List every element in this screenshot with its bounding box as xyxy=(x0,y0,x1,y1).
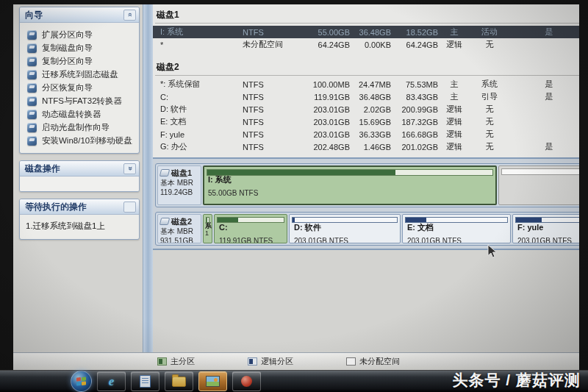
pending-operation-item[interactable]: 1.迁移系统到磁盘1上 xyxy=(26,221,136,232)
disk-operations-header[interactable]: 磁盘操作 » xyxy=(20,161,139,177)
disk2-info-box[interactable]: 磁盘2 基本 MBR 931.51GB xyxy=(157,214,201,243)
empty-workspace xyxy=(153,250,579,352)
disk-scheme: 基本 MBR xyxy=(160,227,198,236)
disk-operations-panel: 磁盘操作 » xyxy=(19,160,140,192)
wizard-item[interactable]: 分区恢复向导 xyxy=(27,81,137,94)
wizard-item-icon xyxy=(27,136,37,146)
wizard-item-label: 分区恢复向导 xyxy=(42,82,93,93)
disk-name: 磁盘1 xyxy=(171,168,192,178)
legend-label: 逻辑分区 xyxy=(261,356,293,367)
cell-free: 83.43GB xyxy=(391,93,438,101)
partition-table-row[interactable]: D: 软件 NTFS 203.01GB 2.02GB 200.99GB 逻辑 无 xyxy=(153,103,579,115)
cell-capacity: 203.01GB xyxy=(306,130,350,139)
legend-item: 逻辑分区 xyxy=(248,356,293,367)
cell-status: 无 xyxy=(470,39,509,50)
wizard-item[interactable]: NTFS与FAT32转换器 xyxy=(27,94,137,107)
cell-status: 系统 xyxy=(470,79,509,90)
usage-bar xyxy=(405,217,508,223)
disk-map-block[interactable]: I: 系统 55.00GB NTFS xyxy=(203,165,497,205)
legend-bar: 主分区 逻辑分区 未分配空间 xyxy=(13,352,579,370)
panel-button-icon[interactable]: » xyxy=(123,202,136,213)
disk-map-block[interactable]: 系 1 xyxy=(203,214,212,243)
taskbar-internet-explorer-button[interactable]: e xyxy=(97,371,126,391)
taskbar-image-viewer-button-active[interactable] xyxy=(198,371,227,391)
block-sublabel: 55.00GB NTFS xyxy=(208,189,258,197)
wizard-item[interactable]: 启动光盘制作向导 xyxy=(27,121,137,134)
wizard-panel-title: 向导 xyxy=(25,9,43,21)
cell-flag: 是 xyxy=(509,141,579,152)
wizard-item[interactable]: 扩展分区向导 xyxy=(27,28,137,41)
disk1-group-label: 磁盘1 xyxy=(153,7,579,22)
partition-table-row[interactable]: *: 系统保留 NTFS 100.00MB 24.47MB 75.53MB 主 … xyxy=(153,78,579,90)
cell-partition: * xyxy=(153,40,243,49)
disk-scheme: 基本 MBR xyxy=(160,178,198,188)
cell-filesystem: NTFS xyxy=(243,105,306,114)
cell-status: 无 xyxy=(470,104,509,115)
cell-status: 引导 xyxy=(470,91,509,102)
cell-used: 15.69GB xyxy=(350,118,391,126)
cell-type: 逻辑 xyxy=(438,129,470,140)
block-label: I: 系统 xyxy=(208,175,493,185)
disk1-info-box[interactable]: 磁盘1 基本 MBR 119.24GB xyxy=(157,165,201,205)
cell-partition: G: 办公 xyxy=(153,141,243,152)
cell-filesystem: NTFS xyxy=(243,118,306,126)
wizard-item-label: 动态磁盘转换器 xyxy=(42,109,101,120)
usage-bar xyxy=(207,169,493,176)
partition-table-row[interactable]: G: 办公 NTFS 202.48GB 1.46GB 201.02GB 逻辑 无… xyxy=(153,140,579,153)
expand-down-chevron-icon[interactable]: » xyxy=(123,163,136,174)
cell-capacity: 119.91GB xyxy=(306,93,350,101)
cell-capacity: 55.00GB xyxy=(306,28,350,37)
wizard-item-label: 安装Win8/10到移动硬盘 xyxy=(42,135,132,146)
pending-operations-header[interactable]: 等待执行的操作 » xyxy=(20,199,139,215)
disk-map-block[interactable]: D: 软件 203.01GB NTFS xyxy=(289,214,401,243)
partition-table-row[interactable]: C: NTFS 119.91GB 36.48GB 83.43GB 主 引导 是 xyxy=(153,90,579,103)
cell-type: 主 xyxy=(438,79,470,90)
taskbar-file-explorer-button[interactable] xyxy=(165,371,193,391)
divider xyxy=(155,23,579,24)
taskbar-document-app-button[interactable] xyxy=(131,371,159,391)
wizard-item-icon xyxy=(27,110,37,119)
wizard-item[interactable]: 复制分区向导 xyxy=(27,54,137,68)
usage-bar xyxy=(217,217,284,223)
cell-capacity: 203.01GB xyxy=(306,105,350,114)
start-button[interactable] xyxy=(71,371,92,392)
disk-map-block[interactable]: E: 文档 203.01GB NTFS xyxy=(402,214,511,243)
partition-table-row[interactable]: I: 系统 NTFS 55.00GB 36.48GB 18.52GB 主 活动 … xyxy=(153,26,579,38)
disk-map-block[interactable]: 64.24GB 未分配空间 xyxy=(498,165,579,205)
cell-free: 64.24GB xyxy=(391,40,438,49)
legend-item: 未分配空间 xyxy=(346,356,400,367)
internet-explorer-icon: e xyxy=(109,375,115,388)
sidebar-splitter[interactable] xyxy=(143,4,154,370)
partition-table-row[interactable]: * 未分配空间 64.24GB 0.00KB 64.24GB 逻辑 无 xyxy=(153,38,579,51)
taskbar-red-app-button[interactable] xyxy=(232,371,261,391)
block-sublabel: 203.01GB NTFS xyxy=(294,237,348,243)
cell-filesystem: NTFS xyxy=(243,80,306,89)
block-sublabel: 203.01GB NTFS xyxy=(517,237,572,243)
cell-free: 200.99GB xyxy=(391,105,438,114)
disk-map-panel: 磁盘1 基本 MBR 119.24GB I: 系统 55.00GB NTFS xyxy=(153,157,579,250)
wizard-item-icon xyxy=(27,96,37,106)
cell-used: 36.33GB xyxy=(350,130,391,139)
legend-swatch-icon xyxy=(346,357,356,366)
disk-map-block[interactable]: C: 119.91GB NTFS xyxy=(214,214,287,243)
wizard-item[interactable]: 动态磁盘转换器 xyxy=(27,107,137,121)
disk-map-block[interactable]: F: yule 203.01GB NTFS xyxy=(512,214,579,243)
cell-status: 活动 xyxy=(470,26,509,38)
cell-partition: D: 软件 xyxy=(153,104,243,115)
wizard-item[interactable]: 迁移系统到固态磁盘 xyxy=(27,68,137,81)
partition-table-row[interactable]: F: yule NTFS 203.01GB 36.33GB 166.68GB 逻… xyxy=(153,128,579,140)
photo-frame: 向导 » 扩展分区向导 复制磁盘向导 xyxy=(0,0,588,392)
disk-operations-body xyxy=(20,177,139,191)
wizard-panel-header[interactable]: 向导 » xyxy=(20,7,139,23)
collapse-up-chevron-icon[interactable]: » xyxy=(123,10,136,21)
cell-status: 无 xyxy=(470,116,509,127)
cell-capacity: 64.24GB xyxy=(306,40,350,49)
legend-label: 主分区 xyxy=(171,356,195,367)
disk-name: 磁盘2 xyxy=(171,216,192,227)
cell-free: 187.32GB xyxy=(391,118,438,126)
wizard-item[interactable]: 安装Win8/10到移动硬盘 xyxy=(27,134,137,147)
disk-icon xyxy=(159,169,170,177)
wizard-item-icon xyxy=(27,43,37,53)
partition-table-row[interactable]: E: 文档 NTFS 203.01GB 15.69GB 187.32GB 逻辑 … xyxy=(153,115,579,128)
wizard-item[interactable]: 复制磁盘向导 xyxy=(27,41,137,54)
